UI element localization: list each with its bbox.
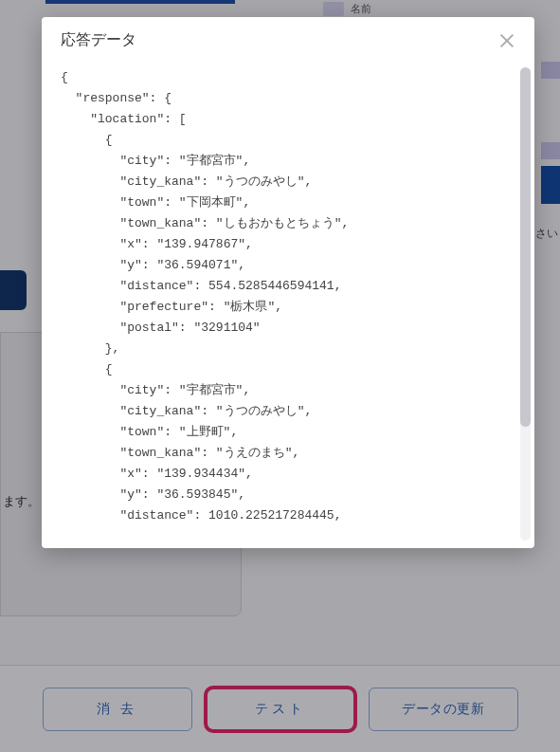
modal-title: 応答データ [61,30,136,50]
modal-header: 応答データ [42,17,534,62]
response-json-code[interactable]: { "response": { "location": [ { "city": … [61,67,531,548]
scrollbar[interactable] [520,67,531,541]
modal-body: { "response": { "location": [ { "city": … [42,62,534,548]
close-icon[interactable] [498,32,515,49]
scrollbar-thumb[interactable] [520,67,531,427]
response-data-modal: 応答データ { "response": { "location": [ { "c… [42,17,534,548]
